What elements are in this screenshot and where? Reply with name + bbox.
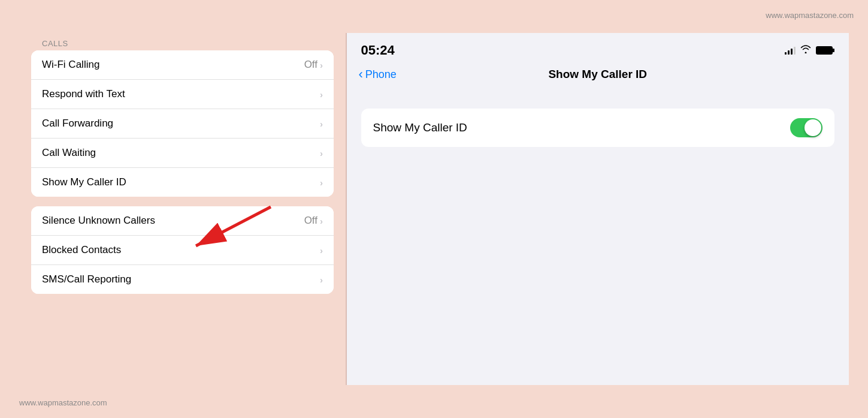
chevron-icon: › [320,119,323,129]
status-time: 05:24 [361,43,395,58]
wifi-icon [800,45,811,56]
settings-item-label: Wi-Fi Calling [42,59,99,71]
chevron-icon: › [320,245,323,255]
silence-unknown-value: Off [304,215,317,227]
left-panel: CALLS Wi-Fi Calling Off › Respond with T… [19,33,346,385]
settings-item-label: Silence Unknown Callers [42,215,155,227]
settings-item-respond-text[interactable]: Respond with Text › [31,80,334,109]
watermark-top: www.wapmastazone.com [766,11,854,20]
settings-item-label: Call Waiting [42,147,96,159]
status-bar: 05:24 [347,33,849,63]
chevron-icon: › [320,275,323,285]
back-chevron-icon: ‹ [359,67,363,82]
battery-icon [816,46,834,55]
settings-item-label: Respond with Text [42,88,125,100]
settings-group-1: Wi-Fi Calling Off › Respond with Text › … [31,50,334,197]
status-icons [785,45,834,56]
settings-item-label: Call Forwarding [42,118,113,130]
right-content: Show My Caller ID [347,91,849,385]
signal-icon [785,46,796,55]
caller-id-toggle[interactable] [790,118,822,137]
right-panel: 05:24 [347,33,849,385]
settings-item-blocked-contacts[interactable]: Blocked Contacts › [31,236,334,265]
chevron-icon: › [320,148,323,158]
caller-id-group: Show My Caller ID [361,109,835,147]
back-button[interactable]: ‹ Phone [359,67,397,82]
toggle-knob [805,119,821,136]
nav-title: Show My Caller ID [548,68,647,81]
chevron-icon: › [320,60,323,70]
settings-item-silence-unknown[interactable]: Silence Unknown Callers Off › [31,206,334,236]
settings-item-label: Show My Caller ID [42,176,126,188]
nav-bar: ‹ Phone Show My Caller ID [347,63,849,91]
chevron-icon: › [320,89,323,100]
section-label-calls: CALLS [31,39,334,48]
settings-item-wifi-calling[interactable]: Wi-Fi Calling Off › [31,50,334,80]
settings-item-label: SMS/Call Reporting [42,273,131,285]
settings-group-2: Silence Unknown Callers Off › Blocked Co… [31,206,334,294]
chevron-icon: › [320,216,323,226]
settings-item-call-waiting[interactable]: Call Waiting › [31,139,334,168]
settings-item-label: Blocked Contacts [42,244,121,256]
wifi-calling-value: Off [304,59,317,71]
settings-item-show-caller-id[interactable]: Show My Caller ID › [31,168,334,197]
back-label: Phone [365,68,397,81]
settings-item-call-forwarding[interactable]: Call Forwarding › [31,109,334,139]
caller-id-label: Show My Caller ID [373,121,467,134]
caller-id-item: Show My Caller ID [361,109,835,147]
chevron-icon: › [320,178,323,188]
watermark-bottom: www.wapmastazone.com [19,398,107,407]
settings-item-sms-call-reporting[interactable]: SMS/Call Reporting › [31,265,334,294]
